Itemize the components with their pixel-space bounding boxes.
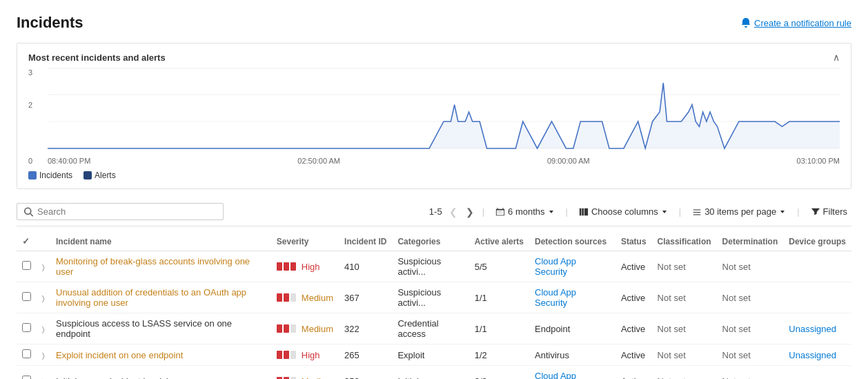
row-incident-id: 322 (339, 313, 392, 344)
th-device-groups[interactable]: Device groups (783, 232, 851, 251)
chevron-down-icon-2 (661, 208, 668, 215)
prev-page-arrow[interactable]: ❮ (448, 206, 459, 217)
row-severity: High (271, 251, 339, 282)
th-detection-sources[interactable]: Detection sources (529, 232, 615, 251)
time-filter-button[interactable]: 6 months (491, 205, 558, 218)
row-checkbox[interactable] (17, 282, 37, 313)
chart-legend: Incidents Alerts (28, 171, 840, 180)
row-classification: Not set (652, 282, 717, 313)
row-checkbox[interactable] (17, 313, 37, 344)
row-checkbox[interactable] (17, 344, 37, 366)
row-incident-name[interactable]: Initial access incident involving one us… (50, 366, 271, 380)
row-checkbox[interactable] (17, 366, 37, 380)
row-active-alerts: 1/2 (469, 344, 529, 366)
row-severity: High (271, 344, 339, 366)
table-row: 〉Exploit incident on one endpointHigh265… (17, 344, 851, 366)
row-detection-sources[interactable]: Cloud App Security (529, 282, 615, 313)
table-row: 〉Unusual addition of credentials to an O… (17, 282, 851, 313)
row-detection-sources: Endpoint (529, 313, 615, 344)
row-determination: Not set (717, 366, 784, 380)
chart-svg (48, 68, 840, 148)
collapse-icon[interactable]: ∧ (833, 52, 840, 63)
filters-button[interactable]: Filters (807, 205, 851, 218)
items-per-page-button[interactable]: 30 items per page (688, 205, 790, 218)
chart-section: Most recent incidents and alerts ∧ 3 2 0 (17, 43, 851, 189)
search-box[interactable] (17, 203, 224, 220)
chart-x-labels: 08:40:00 PM 02:50:00 AM 09:00:00 AM 03:1… (48, 157, 840, 165)
table-row: 〉Suspicious access to LSASS service on o… (17, 313, 851, 344)
table-row: 〉Monitoring of break-glass accounts invo… (17, 251, 851, 282)
row-expand[interactable]: 〉 (37, 344, 50, 366)
list-icon (692, 207, 702, 217)
row-device-groups (783, 251, 851, 282)
th-severity[interactable]: Severity (271, 232, 339, 251)
th-active-alerts[interactable]: Active alerts (469, 232, 529, 251)
row-determination: Not set (717, 251, 784, 282)
chart-area: 3 2 0 08:40:00 PM (28, 68, 840, 165)
row-detection-sources[interactable]: Cloud App Security (529, 251, 615, 282)
row-status: Active (615, 282, 652, 313)
filter-icon (811, 207, 820, 217)
row-detection-sources: Antivirus (529, 344, 615, 366)
choose-columns-button[interactable]: Choose columns (575, 205, 672, 218)
th-incident-name[interactable]: Incident name (50, 232, 271, 251)
row-categories: Exploit (392, 344, 468, 366)
row-categories: Suspicious activi... (392, 251, 468, 282)
row-incident-name[interactable]: Exploit incident on one endpoint (50, 344, 271, 366)
chart-y-labels: 3 2 0 (28, 68, 42, 165)
th-expand (37, 232, 50, 251)
next-page-arrow[interactable]: ❯ (464, 206, 475, 217)
row-determination: Not set (717, 344, 784, 366)
row-classification: Not set (652, 366, 717, 380)
columns-icon (579, 207, 589, 217)
row-incident-id: 367 (339, 282, 392, 313)
row-expand[interactable]: 〉 (37, 282, 50, 313)
row-checkbox[interactable] (17, 251, 37, 282)
row-determination: Not set (717, 313, 784, 344)
table-row: 〉Initial access incident involving one u… (17, 366, 851, 380)
th-classification[interactable]: Classification (652, 232, 717, 251)
row-status: Active (615, 344, 652, 366)
svg-marker-4 (48, 83, 840, 148)
row-active-alerts: 1/1 (469, 282, 529, 313)
row-categories: Suspicious activi... (392, 282, 468, 313)
th-status[interactable]: Status (615, 232, 652, 251)
search-icon (24, 207, 33, 217)
row-status: Active (615, 251, 652, 282)
row-device-groups (783, 282, 851, 313)
row-expand[interactable]: 〉 (37, 251, 50, 282)
pagination-info: 1-5 (429, 206, 442, 217)
row-incident-name[interactable]: Suspicious access to LSASS service on on… (50, 313, 271, 344)
row-device-groups (783, 366, 851, 380)
row-status: Active (615, 313, 652, 344)
row-severity: Medium (271, 313, 339, 344)
row-classification: Not set (652, 344, 717, 366)
row-categories: Credential access (392, 313, 468, 344)
row-incident-name[interactable]: Unusual addition of credentials to an OA… (50, 282, 271, 313)
row-active-alerts: 2/2 (469, 366, 529, 380)
incidents-table: ✓ Incident name Severity Incident ID Cat… (17, 232, 851, 379)
alerts-legend-dot (83, 171, 92, 179)
search-input[interactable] (37, 206, 216, 217)
row-incident-id: 258 (339, 366, 392, 380)
row-expand[interactable]: 〉 (37, 366, 50, 380)
page-title: Incidents (17, 14, 83, 32)
row-active-alerts: 5/5 (469, 251, 529, 282)
row-incident-id: 265 (339, 344, 392, 366)
th-determination[interactable]: Determination (717, 232, 784, 251)
row-device-groups: Unassigned (783, 313, 851, 344)
row-classification: Not set (652, 251, 717, 282)
th-categories[interactable]: Categories (392, 232, 468, 251)
row-expand[interactable]: 〉 (37, 313, 50, 344)
row-detection-sources[interactable]: Cloud App Security (529, 366, 615, 380)
legend-incidents: Incidents (28, 171, 72, 180)
th-incident-id[interactable]: Incident ID (339, 232, 392, 251)
row-incident-name[interactable]: Monitoring of break-glass accounts invol… (50, 251, 271, 282)
notification-rule-link[interactable]: Create a notification rule (740, 17, 851, 28)
row-severity: Medium (271, 282, 339, 313)
row-classification: Not set (652, 313, 717, 344)
chevron-down-icon (548, 208, 555, 215)
row-incident-id: 410 (339, 251, 392, 282)
chevron-down-icon-3 (779, 208, 786, 215)
row-severity: Medium (271, 366, 339, 380)
